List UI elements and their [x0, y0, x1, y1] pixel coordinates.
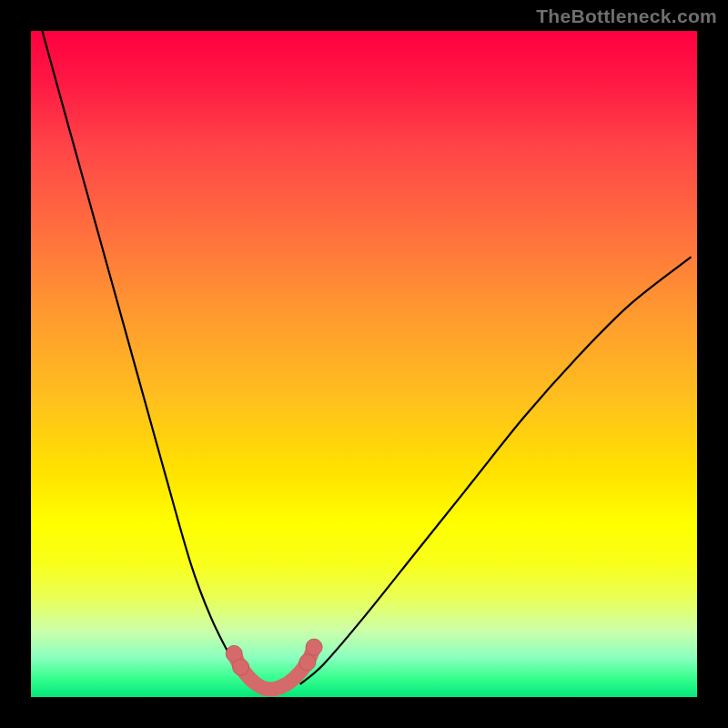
left-curve — [42, 31, 254, 683]
watermark-text: TheBottleneck.com — [536, 5, 717, 27]
valley-marker-dot — [306, 639, 322, 655]
chart-frame: TheBottleneck.com — [0, 0, 728, 728]
valley-markers — [226, 639, 322, 689]
chart-svg — [31, 31, 697, 697]
right-curve — [300, 258, 690, 683]
valley-marker-dot — [233, 659, 249, 675]
valley-marker-dot — [299, 654, 316, 671]
